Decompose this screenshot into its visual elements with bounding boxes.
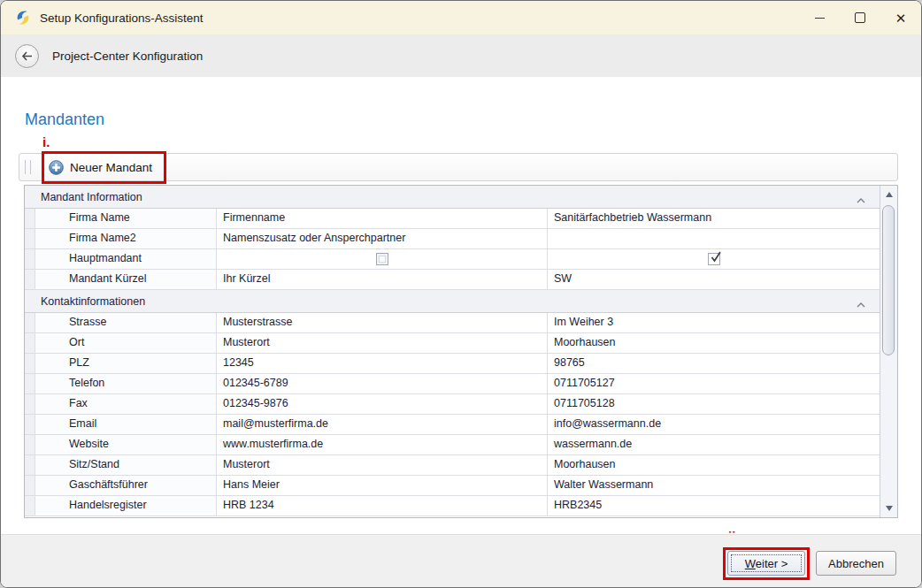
row-indent <box>25 415 35 434</box>
table-row: Firma NameFirmennameSanitärfachbetrieb W… <box>25 209 880 229</box>
row-label-cell: Mandant Kürzel <box>35 270 217 289</box>
property-grid-rows: Mandant InformationFirma NameFirmennameS… <box>25 186 880 517</box>
table-row: StrasseMusterstrasseIm Weiher 3 <box>25 313 880 333</box>
group-row[interactable]: Kontaktinformationen <box>25 290 880 313</box>
next-button-label: Weiter > <box>745 557 788 570</box>
row-label-cell: Ort <box>35 333 217 353</box>
row-indent <box>25 313 35 332</box>
close-button[interactable]: ✕ <box>880 1 921 34</box>
row-value-cell[interactable]: Hans Meier <box>217 476 548 495</box>
scrollbar-thumb[interactable] <box>882 205 895 355</box>
row-indent <box>25 229 35 248</box>
row-label-cell: Fax <box>35 394 217 414</box>
table-row: OrtMusterortMoorhausen <box>25 333 880 354</box>
row-value-cell[interactable]: Firmenname <box>217 209 548 228</box>
row-indent <box>25 333 35 353</box>
row-indent <box>25 455 35 475</box>
next-button[interactable]: Weiter > <box>727 551 805 576</box>
row-label-cell: Firma Name2 <box>35 229 217 248</box>
titlebar[interactable]: Setup Konfigurations-Assistent ✕ <box>1 1 921 34</box>
row-value-cell[interactable]: Moorhausen <box>548 455 880 475</box>
vertical-scrollbar[interactable] <box>880 186 897 517</box>
wizard-page-title: Project-Center Konfiguration <box>52 50 203 63</box>
section-heading: Mandanten <box>25 111 104 129</box>
checkbox-unchecked[interactable] <box>376 253 388 265</box>
row-value-cell[interactable]: 0711705127 <box>548 374 880 393</box>
table-row: GaschäftsführerHans MeierWalter Wasserma… <box>25 476 880 496</box>
table-row: Telefon012345-67890711705127 <box>25 374 880 394</box>
group-title: Kontaktinformationen <box>41 295 145 308</box>
row-value-cell[interactable]: Musterstrasse <box>217 313 548 332</box>
row-value-cell[interactable]: 0711705128 <box>548 394 880 414</box>
table-row: Firma Name2Namenszusatz oder Ansperchpar… <box>25 229 880 249</box>
table-row: Hauptmandant <box>25 249 880 270</box>
row-label-cell: Hauptmandant <box>35 249 217 269</box>
chevron-up-icon[interactable] <box>857 298 865 310</box>
row-indent <box>25 476 35 495</box>
row-label-cell: Handelsregister <box>35 496 217 515</box>
table-row: Mandant KürzelIhr KürzelSW <box>25 270 880 290</box>
row-indent <box>25 496 35 515</box>
row-value-cell[interactable]: HRB2345 <box>548 496 880 515</box>
maximize-button[interactable] <box>840 1 880 34</box>
toolbar-grip-icon[interactable] <box>25 160 31 174</box>
maximize-icon <box>855 12 865 23</box>
cancel-button[interactable]: Abbrechen <box>816 551 896 576</box>
row-value-cell[interactable]: Namenszusatz oder Ansperchpartner <box>217 229 548 248</box>
table-row: HandelsregisterHRB 1234HRB2345 <box>25 496 880 516</box>
row-indent <box>25 435 35 454</box>
row-value-cell[interactable]: SW <box>548 270 880 289</box>
row-value-cell[interactable]: Musterort <box>217 333 548 353</box>
row-label-cell: Website <box>35 435 217 454</box>
plus-circle-icon <box>49 160 64 175</box>
row-label-cell: Email <box>35 415 217 434</box>
row-label-cell: Sitz/Stand <box>35 455 217 475</box>
row-value-cell[interactable]: mail@musterfirma.de <box>217 415 548 434</box>
row-indent <box>25 209 35 228</box>
row-indent <box>25 270 35 289</box>
row-value-cell[interactable]: info@wassermann.de <box>548 415 880 434</box>
chevron-up-icon[interactable] <box>857 194 865 206</box>
row-label-cell: Telefon <box>35 374 217 393</box>
checkbox-checked[interactable] <box>708 253 720 265</box>
table-row: PLZ1234598765 <box>25 354 880 374</box>
minimize-icon <box>815 18 825 19</box>
mandant-toolbar: Neuer Mandant <box>19 153 898 181</box>
row-value-cell[interactable]: Moorhausen <box>548 333 880 353</box>
row-value-cell[interactable] <box>217 249 548 269</box>
app-logo-icon <box>14 9 32 27</box>
row-value-cell[interactable]: Im Weiher 3 <box>548 313 880 332</box>
back-button[interactable] <box>15 44 39 68</box>
minimize-button[interactable] <box>799 1 840 34</box>
row-value-cell[interactable]: Musterort <box>217 455 548 475</box>
row-label-cell: Strasse <box>35 313 217 332</box>
scroll-down-icon[interactable] <box>880 501 897 515</box>
row-value-cell[interactable]: HRB 1234 <box>217 496 548 515</box>
group-title: Mandant Information <box>41 191 142 203</box>
row-indent <box>25 249 35 269</box>
row-value-cell[interactable]: wassermann.de <box>548 435 880 454</box>
window-title: Setup Konfigurations-Assistent <box>40 11 204 25</box>
wizard-header: Project-Center Konfiguration <box>1 34 921 77</box>
row-label-cell: Gaschäftsführer <box>35 476 217 495</box>
row-value-cell[interactable]: Sanitärfachbetrieb Wassermann <box>548 209 880 228</box>
row-indent <box>25 374 35 393</box>
row-value-cell[interactable] <box>548 229 880 248</box>
scroll-up-icon[interactable] <box>880 187 897 202</box>
new-mandant-button[interactable]: Neuer Mandant <box>42 157 159 178</box>
new-mandant-label: Neuer Mandant <box>70 161 152 174</box>
table-row: Sitz/StandMusterortMoorhausen <box>25 455 880 476</box>
row-value-cell[interactable]: Walter Wassermann <box>548 476 880 495</box>
table-row: Fax012345-98760711705128 <box>25 394 880 415</box>
close-icon: ✕ <box>895 11 907 25</box>
row-value-cell[interactable]: www.musterfirma.de <box>217 435 548 454</box>
row-value-cell[interactable]: 012345-6789 <box>217 374 548 393</box>
group-row[interactable]: Mandant Information <box>25 186 880 209</box>
setup-wizard-window: Setup Konfigurations-Assistent ✕ Project… <box>0 0 922 588</box>
row-value-cell[interactable]: 012345-9876 <box>217 394 548 414</box>
back-arrow-icon <box>21 51 33 61</box>
row-value-cell[interactable]: Ihr Kürzel <box>217 270 548 289</box>
row-value-cell[interactable] <box>548 249 880 269</box>
row-value-cell[interactable]: 98765 <box>548 354 880 373</box>
row-value-cell[interactable]: 12345 <box>217 354 548 373</box>
